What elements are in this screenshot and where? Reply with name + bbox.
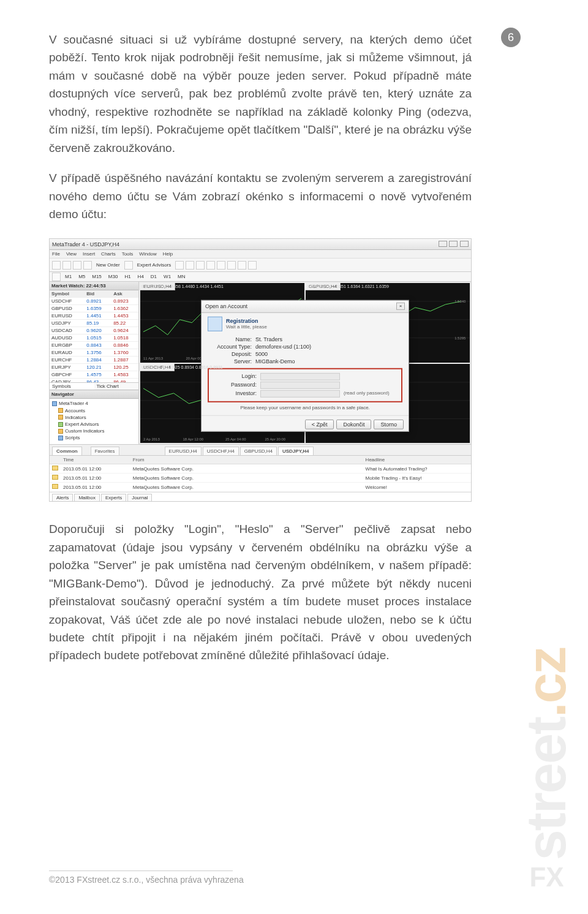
toolbar-button[interactable]: [52, 273, 61, 281]
folder-icon: [58, 408, 63, 413]
terminal-tab-journal[interactable]: Journal: [127, 494, 152, 502]
toolbar-button[interactable]: [196, 261, 205, 270]
terminal[interactable]: Time From Headline 2013.05.01 12:00MetaQ…: [50, 455, 471, 502]
toolbar[interactable]: New Order Expert Advisors: [50, 259, 471, 272]
toolbar-button[interactable]: [52, 261, 61, 270]
password-label: Password:: [213, 382, 260, 389]
mw-row[interactable]: EURGBP0.88430.8846: [50, 342, 138, 349]
toolbar-button[interactable]: [83, 261, 92, 270]
minimize-icon[interactable]: [439, 241, 447, 247]
toolbar-button[interactable]: [238, 261, 246, 270]
col-time[interactable]: Time: [61, 456, 130, 464]
mw-row[interactable]: GBPCHF1.45751.4583: [50, 371, 138, 379]
nav-item[interactable]: Accounts: [65, 407, 85, 414]
toolbar-button[interactable]: [217, 261, 225, 270]
close-icon[interactable]: ×: [396, 303, 405, 310]
terminal-tab-alerts[interactable]: Alerts: [52, 494, 73, 502]
menu-tools[interactable]: Tools: [122, 251, 134, 257]
menu-charts[interactable]: Charts: [101, 251, 116, 257]
tab-common[interactable]: Common: [52, 447, 82, 455]
dialog-note: Please keep your username and passwords …: [208, 405, 402, 410]
toolbar-button[interactable]: [206, 261, 215, 270]
mw-row[interactable]: USDJPY85.1985.22: [50, 320, 138, 327]
terminal-tab-experts[interactable]: Experts: [101, 494, 126, 502]
terminal-row[interactable]: 2013.05.01 12:00MetaQuotes Software Corp…: [50, 483, 471, 492]
mw-row[interactable]: USDCAD0.96200.9624: [50, 327, 138, 334]
terminal-row[interactable]: 2013.05.01 12:00MetaQuotes Software Corp…: [50, 474, 471, 483]
tf-w1[interactable]: W1: [161, 274, 173, 279]
login-label: Login:: [213, 373, 260, 380]
toolbar-2[interactable]: M1 M5 M15 M30 H1 H4 D1 W1 MN: [50, 272, 471, 282]
toolbar-button[interactable]: [227, 261, 236, 270]
toolbar-button[interactable]: [124, 261, 133, 270]
deposit-value: 5000: [255, 351, 268, 357]
nav-item[interactable]: Scripts: [65, 434, 80, 441]
tf-m1[interactable]: M1: [62, 274, 74, 279]
svg-text:11 Apr 2013: 11 Apr 2013: [143, 357, 164, 361]
col-headline[interactable]: Headline: [363, 456, 471, 464]
menu-view[interactable]: View: [66, 251, 77, 257]
close-icon[interactable]: [460, 241, 469, 247]
server-value: MIGBank-Demo: [255, 358, 295, 364]
nav-item[interactable]: Indicators: [65, 414, 86, 421]
chart-tab-gbpusd[interactable]: GBPUSD,H4: [240, 447, 277, 455]
chart-tab-eurusd[interactable]: EURUSD,H4: [165, 447, 202, 455]
mw-tab-symbols[interactable]: Symbols: [50, 383, 94, 390]
col-from[interactable]: From: [130, 456, 236, 464]
menu-help[interactable]: Help: [163, 251, 173, 257]
market-watch-table[interactable]: Symbol Bid Ask USDCHF0.89210.8923GBPUSD1…: [50, 290, 138, 382]
toolbar-button[interactable]: [186, 261, 194, 270]
menu-insert[interactable]: Insert: [83, 251, 95, 257]
tf-m15[interactable]: M15: [89, 274, 104, 279]
menu-file[interactable]: File: [52, 251, 60, 257]
toolbar-button[interactable]: [248, 261, 257, 270]
back-button[interactable]: < Zpět: [305, 420, 334, 429]
window-controls[interactable]: [438, 241, 469, 248]
account-type-label: Account Type:: [208, 344, 255, 350]
open-account-dialog: Open an Account × Registration Wait a li…: [201, 300, 409, 432]
chart-tab-usdjpy[interactable]: USDJPY,H4: [278, 447, 314, 455]
nav-item[interactable]: Custom Indicators: [65, 428, 104, 434]
login-value: [260, 373, 340, 380]
terminal-row[interactable]: 2013.05.01 12:00MetaQuotes Software Corp…: [50, 464, 471, 474]
chart-tab-usdchf[interactable]: USDCHF,H4: [203, 447, 239, 455]
menubar[interactable]: File View Insert Charts Tools Window Hel…: [50, 250, 471, 259]
finish-button[interactable]: Dokončit: [336, 420, 371, 429]
tab-favorites[interactable]: Favorites: [91, 447, 119, 455]
mw-col-bid[interactable]: Bid: [85, 290, 111, 298]
navigator-tree[interactable]: MetaTrader 4 Accounts Indicators Expert …: [50, 399, 138, 444]
nav-item[interactable]: MetaTrader 4: [59, 400, 88, 407]
svg-text:1.5295: 1.5295: [454, 336, 466, 340]
mw-row[interactable]: GBPUSD1.63591.6362: [50, 305, 138, 312]
cancel-button[interactable]: Storno: [374, 420, 404, 429]
tf-h4[interactable]: H4: [135, 274, 146, 279]
page-number: 6: [501, 28, 521, 47]
mw-row[interactable]: EURUSD1.44511.4453: [50, 312, 138, 320]
mw-tab-tick[interactable]: Tick Chart: [94, 383, 139, 390]
tf-m30[interactable]: M30: [106, 274, 121, 279]
new-order-button[interactable]: New Order: [94, 262, 123, 268]
terminal-tab-mailbox[interactable]: Mailbox: [74, 494, 100, 502]
mw-row[interactable]: USDCHF0.89210.8923: [50, 298, 138, 305]
dialog-heading: Registration: [226, 318, 267, 324]
mw-col-ask[interactable]: Ask: [111, 290, 138, 298]
tf-mn[interactable]: MN: [175, 274, 187, 279]
chart-area[interactable]: EURUSD,H4 1.4458 1.4480 1.4434 1.4451 1.…: [139, 282, 471, 444]
toolbar-button[interactable]: [175, 261, 184, 270]
maximize-icon[interactable]: [449, 241, 458, 247]
tf-h1[interactable]: H1: [122, 274, 133, 279]
toolbar-button[interactable]: [73, 261, 81, 270]
tf-m5[interactable]: M5: [76, 274, 88, 279]
mw-row[interactable]: EURJPY120.21120.25: [50, 364, 138, 371]
expert-advisors-button[interactable]: Expert Advisors: [135, 262, 174, 268]
nav-item[interactable]: Expert Advisors: [65, 421, 99, 428]
chart-tabs[interactable]: Common Favorites EURUSD,H4 USDCHF,H4 GBP…: [50, 444, 471, 455]
mw-row[interactable]: AUDUSD1.05151.0518: [50, 334, 138, 342]
mw-col-symbol[interactable]: Symbol: [50, 290, 85, 298]
toolbar-button[interactable]: [62, 261, 71, 270]
mw-row[interactable]: EURAUD1.37561.3760: [50, 349, 138, 357]
mw-row[interactable]: EURCHF1.28841.2887: [50, 357, 138, 364]
menu-window[interactable]: Window: [139, 251, 156, 257]
tf-d1[interactable]: D1: [148, 274, 159, 279]
embedded-screenshot: MetaTrader 4 - USDJPY,H4 File View Inser…: [49, 238, 472, 502]
